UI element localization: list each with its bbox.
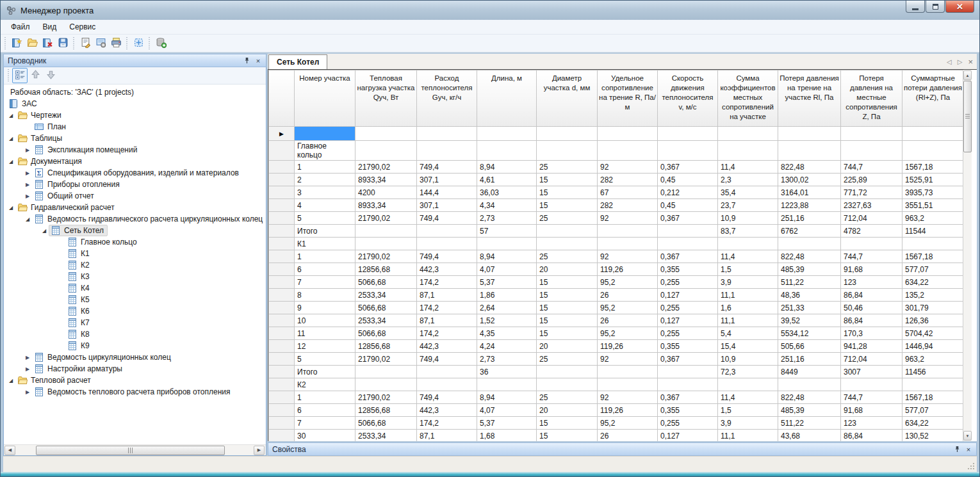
grid-cell[interactable]: 15 [537, 276, 598, 289]
grid-cell[interactable]: 36,03 [477, 186, 537, 199]
grid-cell[interactable]: 8933,34 [355, 199, 417, 212]
grid-cell[interactable] [841, 127, 902, 141]
tree-expander-expanded-icon[interactable]: ◢ [6, 378, 15, 384]
grid-cell[interactable]: 11,1 [718, 289, 778, 302]
grid-cell[interactable]: 92 [598, 391, 658, 404]
grid-cell[interactable] [417, 141, 477, 161]
grid-cell[interactable]: 2 [295, 174, 355, 186]
tree-item-главное-кольцо[interactable]: Главное кольцо [4, 236, 266, 248]
grid-cell[interactable]: 67 [598, 186, 658, 199]
grid-cell[interactable]: 0,127 [658, 289, 718, 302]
grid-cell[interactable]: 634,22 [902, 276, 963, 289]
grid-cell[interactable]: 2,73 [477, 212, 537, 225]
report-settings-button[interactable] [93, 36, 108, 51]
grid-cell[interactable]: 15 [537, 186, 598, 199]
grid-cell[interactable]: 12 [295, 340, 355, 353]
grid-cell[interactable]: 25 [537, 250, 598, 263]
tree-item-спецификация-оборудования-изделий-и-мате[interactable]: ▶ΣСпецификация оборудования, изделий и м… [4, 167, 266, 179]
grid-cell[interactable]: 301,79 [902, 302, 963, 314]
save-project-button[interactable] [55, 36, 70, 51]
grid-cell[interactable]: 511,22 [778, 417, 841, 430]
scroll-left-icon[interactable]: ◀ [4, 446, 15, 455]
grid-cell[interactable]: 21790,02 [355, 161, 417, 174]
grid-cell[interactable]: 0,45 [658, 174, 718, 186]
grid-cell[interactable]: 87,1 [417, 430, 477, 442]
grid-cell[interactable]: 9 [295, 302, 355, 314]
grid-cell[interactable]: 0,367 [658, 250, 718, 263]
row-header-cell[interactable] [269, 250, 295, 263]
grid-cell[interactable]: 15 [537, 314, 598, 327]
grid-cell[interactable]: 749,4 [417, 391, 477, 404]
grid-cell[interactable] [537, 141, 598, 161]
grid-cell[interactable]: 15 [537, 417, 598, 430]
grid-cell[interactable]: 3551,51 [902, 199, 963, 212]
tree-item-общий-отчет[interactable]: ▶Общий отчет [4, 190, 266, 202]
tree-expander-collapsed-icon[interactable]: ▶ [23, 182, 32, 188]
grid-cell[interactable]: 15 [537, 199, 598, 212]
grid-cell[interactable]: 749,4 [417, 161, 477, 174]
grid-cell[interactable]: 0,212 [658, 186, 718, 199]
grid-cell[interactable]: 36 [477, 366, 537, 378]
grid-cell[interactable]: 8,94 [477, 161, 537, 174]
grid-cell[interactable]: 95,2 [598, 302, 658, 314]
row-header-cell[interactable] [269, 430, 295, 442]
scroll-right-icon[interactable]: ▶ [254, 446, 265, 455]
grid-cell[interactable] [598, 127, 658, 141]
grid-cell[interactable]: 57 [477, 225, 537, 238]
grid-cell[interactable]: 1567,18 [902, 161, 963, 174]
grid-cell[interactable]: 0,367 [658, 353, 718, 366]
grid-cell[interactable]: 50,46 [841, 302, 902, 314]
grid-cell[interactable] [718, 127, 778, 141]
grid-cell[interactable]: 442,3 [417, 404, 477, 417]
grid-cell[interactable]: 95,2 [598, 417, 658, 430]
tree-item-чертежи[interactable]: ◢Чертежи [4, 109, 266, 121]
grid-cell[interactable]: 15 [537, 302, 598, 314]
tree-item-к4[interactable]: К4 [4, 282, 266, 294]
grid-cell[interactable]: 505,66 [778, 340, 841, 353]
grid-cell[interactable]: 12856,68 [355, 263, 417, 276]
column-header-1[interactable]: Номер участка [295, 70, 355, 127]
grid-cell[interactable]: 963,2 [902, 353, 963, 366]
row-header-cell[interactable] [269, 263, 295, 276]
grid-cell[interactable]: 174,2 [417, 276, 477, 289]
grid-cell[interactable]: 307,1 [417, 174, 477, 186]
column-header-5[interactable]: Диаметр участка d, мм [537, 70, 598, 127]
grid-cell[interactable]: 282 [598, 199, 658, 212]
grid-cell[interactable]: 5704,42 [902, 327, 963, 340]
grid-cell[interactable] [718, 378, 778, 391]
column-header-6[interactable]: Удельное сопротивление на трение R, Па/м [598, 70, 658, 127]
grid-cell[interactable]: 1,52 [477, 314, 537, 327]
grid-cell[interactable]: 119,26 [598, 263, 658, 276]
grid-cell[interactable]: 2533,34 [355, 314, 417, 327]
row-header-cell[interactable]: ▶ [269, 127, 295, 141]
grid-cell[interactable] [598, 238, 658, 250]
grid-cell[interactable]: 95,2 [598, 276, 658, 289]
grid-cell[interactable]: 1 [295, 161, 355, 174]
grid-cell[interactable]: 119,26 [598, 340, 658, 353]
grid-cell[interactable]: 91,68 [841, 263, 902, 276]
grid-cell[interactable] [902, 378, 963, 391]
tree-item-к8[interactable]: К8 [4, 328, 266, 340]
grid-cell[interactable]: 0,127 [658, 430, 718, 442]
column-header-8[interactable]: Сумма коэффициентов местных сопротивлени… [718, 70, 778, 127]
grid-cell[interactable]: 6 [295, 263, 355, 276]
minimize-button[interactable] [906, 1, 925, 13]
tree-expander-collapsed-icon[interactable]: ▶ [23, 355, 32, 360]
grid-cell[interactable]: 92 [598, 212, 658, 225]
grid-cell[interactable]: 5 [295, 212, 355, 225]
grid-cell[interactable]: 8449 [778, 366, 841, 378]
grid-cell[interactable]: 8,94 [477, 391, 537, 404]
row-header-cell[interactable] [269, 141, 295, 161]
grid-cell[interactable]: 8933,34 [355, 174, 417, 186]
grid-cell[interactable]: 25 [537, 212, 598, 225]
grid-cell[interactable]: 0,255 [658, 417, 718, 430]
grid-cell[interactable]: 1525,91 [902, 174, 963, 186]
row-header-cell[interactable] [269, 238, 295, 250]
grid-cell[interactable]: 577,07 [902, 404, 963, 417]
grid-cell[interactable]: 72,3 [718, 366, 778, 378]
grid-cell[interactable] [417, 366, 477, 378]
grid-cell[interactable]: 2,64 [477, 302, 537, 314]
properties-pin-icon[interactable] [952, 444, 962, 454]
tree-item-к7[interactable]: К7 [4, 317, 266, 328]
row-header-cell[interactable] [269, 276, 295, 289]
